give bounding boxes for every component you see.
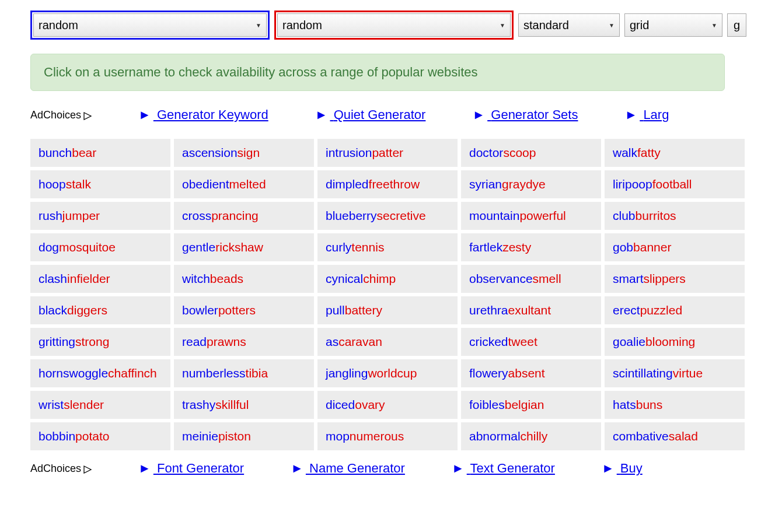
- username-cell[interactable]: pullbattery: [317, 296, 458, 324]
- username-part2: football: [652, 177, 692, 191]
- username-cell[interactable]: curlytennis: [317, 233, 458, 261]
- username-cell[interactable]: dicedovary: [317, 391, 458, 419]
- username-cell[interactable]: hornswogglechaffinch: [30, 359, 170, 387]
- username-part2: belgian: [505, 398, 544, 411]
- username-part1: goalie: [613, 335, 645, 348]
- username-part2: piston: [218, 429, 251, 443]
- adchoices-label[interactable]: AdChoices: [30, 109, 92, 121]
- username-part2: worldcup: [368, 366, 417, 380]
- username-part1: hats: [613, 398, 636, 411]
- username-cell[interactable]: witchbeads: [174, 265, 314, 293]
- username-part1: numberless: [182, 366, 246, 380]
- username-cell[interactable]: crickedtweet: [461, 328, 601, 356]
- username-part2: tibia: [246, 366, 268, 380]
- ad-link-label: Generator Keyword: [157, 107, 268, 122]
- username-cell[interactable]: hoopstalk: [30, 170, 170, 198]
- username-part2: prawns: [207, 335, 246, 348]
- username-cell[interactable]: wristslender: [30, 391, 170, 419]
- username-cell[interactable]: mopnumerous: [317, 422, 458, 450]
- select2-wrap: random ▼: [274, 10, 514, 40]
- username-part1: gentle: [182, 240, 215, 254]
- username-cell[interactable]: numberlesstibia: [174, 359, 314, 387]
- username-part2: melted: [229, 177, 266, 191]
- username-part2: scoop: [503, 146, 536, 159]
- username-cell[interactable]: walkfatty: [605, 139, 745, 167]
- ad-link-top-0[interactable]: ► Generator Keyword: [138, 107, 268, 123]
- username-part2: sign: [238, 146, 260, 159]
- select-word1[interactable]: random ▼: [33, 13, 267, 37]
- username-cell[interactable]: goalieblooming: [605, 328, 745, 356]
- username-cell[interactable]: liripoopfootball: [605, 170, 745, 198]
- ad-link-top-3[interactable]: ► Larg: [624, 107, 669, 123]
- username-cell[interactable]: combativesalad: [605, 422, 745, 450]
- username-cell[interactable]: bowlerpotters: [174, 296, 314, 324]
- username-cell[interactable]: janglingworldcup: [317, 359, 458, 387]
- username-cell[interactable]: foiblesbelgian: [461, 391, 601, 419]
- username-cell[interactable]: doctorscoop: [461, 139, 601, 167]
- username-cell[interactable]: bobbinpotato: [30, 422, 170, 450]
- username-part2: tennis: [351, 240, 384, 254]
- username-cell[interactable]: abnormalchilly: [461, 422, 601, 450]
- username-cell[interactable]: mountainpowerful: [461, 202, 601, 230]
- username-part2: zesty: [502, 240, 531, 254]
- ad-link-bottom-0[interactable]: ► Font Generator: [138, 461, 244, 476]
- select1-wrap: random ▼: [30, 10, 270, 40]
- username-cell[interactable]: intrusionpatter: [317, 139, 458, 167]
- username-cell[interactable]: syriangraydye: [461, 170, 601, 198]
- ad-link-bottom-2[interactable]: ► Text Generator: [452, 461, 555, 476]
- username-cell[interactable]: dogmosquitoe: [30, 233, 170, 261]
- username-cell[interactable]: blueberrysecretive: [317, 202, 458, 230]
- username-cell[interactable]: clashinfielder: [30, 265, 170, 293]
- go-button[interactable]: g: [727, 13, 746, 37]
- username-part2: infielder: [67, 272, 110, 285]
- username-part1: witch: [182, 272, 210, 285]
- ad-link-top-2[interactable]: ► Generator Sets: [472, 107, 578, 123]
- username-cell[interactable]: rushjumper: [30, 202, 170, 230]
- username-cell[interactable]: hatsbuns: [605, 391, 745, 419]
- username-cell[interactable]: urethraexultant: [461, 296, 601, 324]
- username-part2: potters: [218, 303, 256, 317]
- username-cell[interactable]: blackdiggers: [30, 296, 170, 324]
- ad-link-top-1[interactable]: ► Quiet Generator: [315, 107, 426, 123]
- username-part2: battery: [345, 303, 382, 317]
- username-part1: wrist: [39, 398, 64, 411]
- username-part1: dog: [39, 240, 59, 254]
- select-word2[interactable]: random ▼: [277, 13, 511, 37]
- username-cell[interactable]: obedientmelted: [174, 170, 314, 198]
- ad-link-bottom-1[interactable]: ► Name Generator: [291, 461, 405, 476]
- username-part1: liripoop: [613, 177, 652, 191]
- username-part1: cynical: [326, 272, 363, 285]
- username-cell[interactable]: scintillatingvirtue: [605, 359, 745, 387]
- username-part1: cricked: [469, 335, 508, 348]
- play-icon: ►: [602, 461, 615, 476]
- username-cell[interactable]: gobbanner: [605, 233, 745, 261]
- username-cell[interactable]: dimpledfreethrow: [317, 170, 458, 198]
- username-cell[interactable]: readprawns: [174, 328, 314, 356]
- username-cell[interactable]: ascensionsign: [174, 139, 314, 167]
- ad-link-bottom-3[interactable]: ► Buy: [602, 461, 643, 476]
- select-layout[interactable]: grid ▼: [624, 13, 722, 37]
- username-part1: hoop: [39, 177, 66, 191]
- username-cell[interactable]: clubburritos: [605, 202, 745, 230]
- username-cell[interactable]: erectpuzzled: [605, 296, 745, 324]
- username-cell[interactable]: observancesmell: [461, 265, 601, 293]
- username-cell[interactable]: crossprancing: [174, 202, 314, 230]
- username-cell[interactable]: ascaravan: [317, 328, 458, 356]
- username-cell[interactable]: fartlekzesty: [461, 233, 601, 261]
- username-part1: intrusion: [326, 146, 372, 159]
- username-cell[interactable]: cynicalchimp: [317, 265, 458, 293]
- username-part1: erect: [613, 303, 640, 317]
- username-cell[interactable]: meiniepiston: [174, 422, 314, 450]
- username-cell[interactable]: gentlerickshaw: [174, 233, 314, 261]
- username-cell[interactable]: trashyskillful: [174, 391, 314, 419]
- username-cell[interactable]: grittingstrong: [30, 328, 170, 356]
- username-part1: mountain: [469, 209, 519, 222]
- username-cell[interactable]: smartslippers: [605, 265, 745, 293]
- username-part1: flowery: [469, 366, 508, 380]
- username-cell[interactable]: bunchbear: [30, 139, 170, 167]
- adchoices-label[interactable]: AdChoices: [30, 463, 92, 475]
- username-part2: exultant: [508, 303, 551, 317]
- select-mode[interactable]: standard ▼: [518, 13, 620, 37]
- username-part1: diced: [326, 398, 355, 411]
- username-cell[interactable]: floweryabsent: [461, 359, 601, 387]
